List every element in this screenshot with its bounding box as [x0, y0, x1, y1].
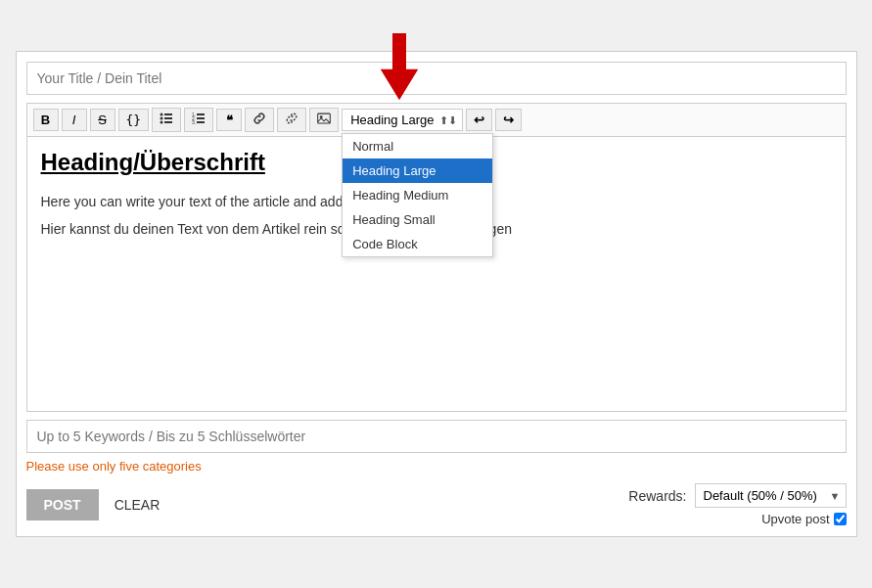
format-dropdown: Normal Heading Large Heading Medium Head… [342, 133, 493, 257]
clear-link[interactable]: CLEAR [115, 497, 161, 513]
svg-rect-10 [197, 117, 205, 119]
link-button[interactable] [245, 108, 274, 132]
svg-rect-6 [164, 121, 172, 123]
rewards-select-wrapper[interactable]: Default (50% / 50%) ▼ [695, 483, 847, 508]
svg-point-3 [161, 117, 163, 120]
ol-button[interactable]: 1.2.3. [184, 108, 213, 132]
rewards-label: Rewards: [628, 488, 686, 504]
format-select[interactable]: Heading Large [342, 109, 463, 131]
code-button[interactable]: {} [118, 109, 150, 131]
svg-point-5 [161, 121, 163, 124]
upvote-checkbox[interactable] [834, 513, 847, 525]
page-wrapper: B I S {} 1.2.3. ❝ Heading La [16, 51, 857, 537]
ul-button[interactable] [152, 108, 181, 132]
svg-point-1 [161, 113, 163, 116]
dropdown-item-heading-medium[interactable]: Heading Medium [343, 183, 492, 207]
toolbar: B I S {} 1.2.3. ❝ Heading La [27, 104, 846, 137]
bottom-bar: POST CLEAR Rewards: Default (50% / 50%) … [26, 483, 847, 526]
bottom-left: POST CLEAR [26, 489, 161, 520]
svg-rect-4 [164, 117, 172, 119]
dropdown-item-normal[interactable]: Normal [343, 134, 492, 158]
svg-rect-8 [197, 113, 205, 115]
rewards-row: Rewards: Default (50% / 50%) ▼ [628, 483, 846, 508]
title-input[interactable] [26, 62, 847, 95]
upvote-label: Upvote post [761, 512, 829, 526]
dropdown-item-heading-small[interactable]: Heading Small [343, 207, 492, 232]
svg-rect-2 [164, 113, 172, 115]
dropdown-item-code-block[interactable]: Code Block [343, 232, 492, 256]
image-button[interactable] [309, 108, 339, 132]
editor-wrapper: B I S {} 1.2.3. ❝ Heading La [26, 103, 847, 412]
strikethrough-button[interactable]: S [90, 109, 115, 131]
upvote-row: Upvote post [761, 512, 846, 526]
warning-text: Please use only five categories [26, 459, 847, 474]
undo-button[interactable]: ↩ [466, 109, 492, 131]
format-select-wrapper[interactable]: Heading Large ⬆⬇ Normal Heading Large He… [342, 109, 463, 131]
bold-button[interactable]: B [33, 109, 59, 131]
bottom-right: Rewards: Default (50% / 50%) ▼ Upvote po… [628, 483, 846, 526]
unlink-button[interactable] [277, 108, 306, 132]
quote-button[interactable]: ❝ [216, 109, 242, 131]
keywords-input[interactable] [26, 420, 847, 453]
italic-button[interactable]: I [62, 109, 87, 131]
svg-text:3.: 3. [192, 119, 196, 125]
redo-button[interactable]: ↪ [495, 109, 522, 131]
rewards-select[interactable]: Default (50% / 50%) [695, 483, 847, 508]
post-button[interactable]: POST [26, 489, 99, 520]
svg-rect-12 [197, 121, 205, 123]
dropdown-item-heading-large[interactable]: Heading Large [343, 158, 492, 183]
